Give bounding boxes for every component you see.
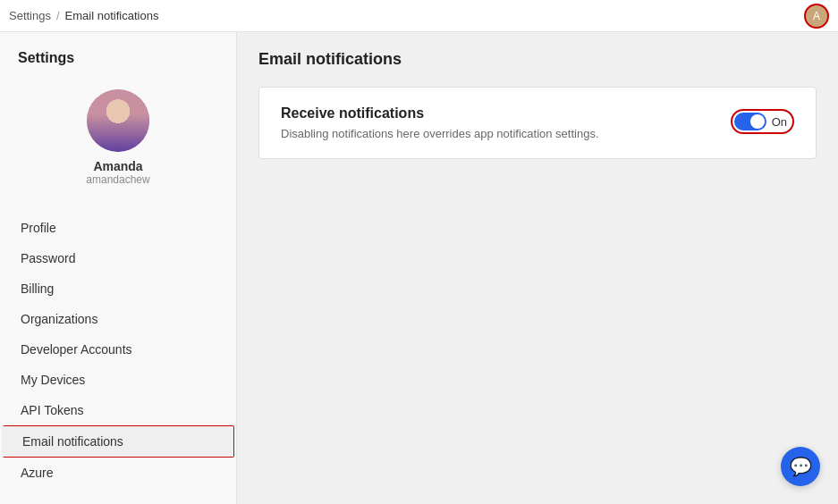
sidebar-item-email-notifications[interactable]: Email notifications [2, 425, 234, 458]
sidebar-item-developer-accounts[interactable]: Developer Accounts [0, 334, 236, 365]
breadcrumb: Settings / Email notifications [9, 9, 158, 22]
sidebar-item-api-tokens[interactable]: API Tokens [0, 395, 236, 425]
sidebar-item-my-devices[interactable]: My Devices [0, 365, 236, 395]
toggle-label: On [772, 115, 787, 129]
notif-card-left: Receive notifications Disabling notifica… [281, 105, 599, 140]
user-section: Amanda amandachew [0, 80, 236, 204]
avatar [87, 89, 149, 152]
page-title: Email notifications [258, 50, 817, 69]
user-name: Amanda [93, 159, 142, 173]
sidebar-item-profile[interactable]: Profile [0, 213, 236, 243]
sidebar-item-azure[interactable]: Azure [0, 458, 236, 488]
sidebar-item-billing[interactable]: Billing [0, 273, 236, 304]
layout: Settings Amanda amandachew Profile Passw… [0, 32, 838, 504]
notif-card-right: On [731, 109, 794, 134]
sidebar-title: Settings [0, 50, 236, 80]
user-handle: amandachew [86, 173, 149, 186]
toggle-track[interactable] [734, 113, 766, 130]
main-content: Email notifications Receive notification… [237, 32, 838, 504]
notif-card-title: Receive notifications [281, 105, 599, 122]
breadcrumb-separator: / [56, 9, 60, 22]
topbar: Settings / Email notifications A [0, 0, 838, 32]
sidebar-item-password[interactable]: Password [0, 243, 236, 273]
toggle-thumb [750, 114, 765, 129]
notif-card-description: Disabling notifications here overrides a… [281, 127, 599, 140]
breadcrumb-root[interactable]: Settings [9, 9, 51, 22]
nav-list: Profile Password Billing Organizations D… [0, 213, 236, 488]
toggle-wrapper[interactable]: On [731, 109, 794, 134]
breadcrumb-current: Email notifications [65, 9, 159, 22]
notification-card: Receive notifications Disabling notifica… [258, 87, 817, 159]
sidebar: Settings Amanda amandachew Profile Passw… [0, 32, 237, 504]
sidebar-item-organizations[interactable]: Organizations [0, 304, 236, 334]
chat-icon: 💬 [790, 456, 812, 477]
avatar-image [87, 89, 149, 152]
chat-bubble-button[interactable]: 💬 [781, 447, 820, 486]
topbar-avatar[interactable]: A [804, 4, 829, 29]
